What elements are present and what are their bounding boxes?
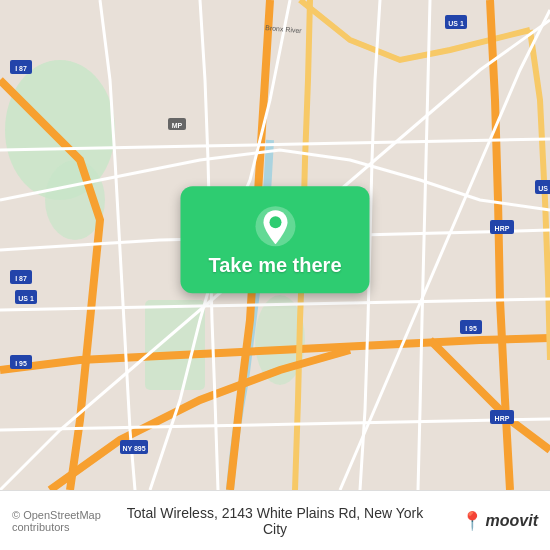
svg-text:US 1: US 1 bbox=[18, 295, 34, 302]
svg-text:NY 895: NY 895 bbox=[122, 445, 145, 452]
footer-bar: © OpenStreetMap contributors Total Wirel… bbox=[0, 490, 550, 550]
svg-text:I 95: I 95 bbox=[15, 360, 27, 367]
svg-text:I 87: I 87 bbox=[15, 275, 27, 282]
svg-text:HRP: HRP bbox=[495, 225, 510, 232]
svg-text:US 1: US 1 bbox=[448, 20, 464, 27]
osm-attribution: © OpenStreetMap contributors bbox=[12, 509, 114, 533]
svg-text:MP: MP bbox=[172, 122, 183, 129]
moovit-pin-icon: 📍 bbox=[461, 510, 483, 532]
svg-point-29 bbox=[269, 216, 281, 228]
moovit-logo: 📍 moovit bbox=[436, 510, 538, 532]
svg-text:HRP: HRP bbox=[495, 415, 510, 422]
moovit-brand-label: moovit bbox=[486, 512, 538, 530]
svg-text:I 87: I 87 bbox=[15, 65, 27, 72]
map-container: Bronx River I 87 I 87 US 1 US 1 US 1 I 9… bbox=[0, 0, 550, 490]
map-pin-icon bbox=[253, 204, 297, 248]
svg-text:I 95: I 95 bbox=[465, 325, 477, 332]
take-me-there-button[interactable]: Take me there bbox=[180, 186, 369, 293]
take-me-there-label: Take me there bbox=[208, 254, 341, 277]
location-address: Total Wireless, 2143 White Plains Rd, Ne… bbox=[122, 505, 428, 537]
svg-text:US 1: US 1 bbox=[538, 185, 550, 192]
